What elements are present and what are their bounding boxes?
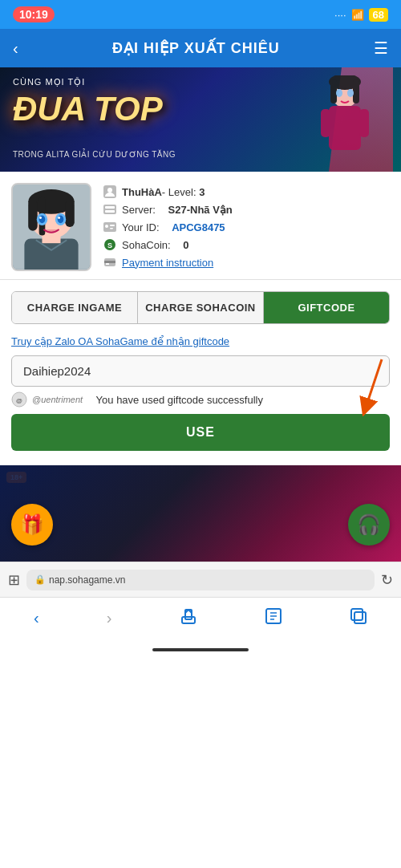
svg-point-24 (107, 188, 112, 193)
payment-row[interactable]: Payment instruction (103, 255, 390, 270)
giftcode-input[interactable] (11, 355, 390, 387)
payment-link[interactable]: Payment instruction (122, 257, 213, 269)
svg-rect-14 (28, 200, 38, 230)
svg-point-20 (58, 216, 64, 224)
status-bar: 10:19 ···· 📶 68 (0, 0, 401, 29)
id-label: Your ID: (122, 221, 160, 233)
gift-icon: 🎁 (20, 513, 44, 536)
nav-forward[interactable]: › (100, 602, 119, 634)
page-title: ĐẠI HIỆP XUẤT CHIÊU (112, 39, 280, 57)
url-text: nap.sohagame.vn (49, 574, 125, 586)
url-bar[interactable]: 🔒 nap.sohagame.vn (26, 570, 375, 590)
tab-charge-sohacoin[interactable]: CHARGE SOHACOIN (138, 292, 264, 323)
use-button[interactable]: USE (11, 414, 390, 451)
user-name: ThuHàA- Level: 3 (122, 186, 205, 198)
svg-rect-15 (65, 200, 75, 227)
reload-button[interactable]: ↻ (381, 571, 393, 589)
status-icons: ···· 📶 68 (334, 8, 388, 22)
user-section: ThuHàA- Level: 3 Server: S27-Nhã Vận You… (0, 172, 401, 280)
svg-rect-35 (104, 261, 115, 263)
id-icon (103, 220, 117, 234)
nav-bookmark[interactable] (258, 601, 289, 635)
svg-rect-29 (105, 225, 108, 228)
coin-icon: S (103, 237, 117, 252)
giftcode-section (11, 355, 390, 387)
svg-rect-10 (24, 238, 78, 271)
soha-logo-icon: @ (11, 391, 27, 408)
svg-rect-2 (321, 109, 330, 137)
svg-rect-45 (354, 612, 366, 623)
success-message-row: @ @uentriment You have used giftcode suc… (11, 391, 390, 408)
server-value: S27-Nhã Vận (168, 204, 233, 216)
svg-rect-5 (330, 79, 337, 103)
browser-tabs-icon[interactable]: ⊞ (8, 571, 20, 589)
banner-main-text: ĐUA TOP (13, 90, 163, 128)
svg-rect-6 (353, 79, 359, 103)
browser-bar: ⊞ 🔒 nap.sohagame.vn ↻ (0, 562, 401, 597)
user-info: ThuHàA- Level: 3 Server: S27-Nhã Vận You… (103, 183, 390, 271)
coin-value: 0 (183, 239, 188, 251)
tab-charge-ingame[interactable]: CHARGE INGAME (12, 292, 138, 323)
status-time: 10:19 (13, 6, 55, 22)
svg-text:@: @ (16, 397, 22, 404)
svg-rect-1 (329, 106, 361, 150)
nav-share[interactable] (173, 601, 204, 635)
header: ‹ ĐẠI HIỆP XUẤT CHIÊU ☰ (0, 29, 401, 67)
home-bar (152, 648, 249, 651)
banner-sub-text: TRONG ALITA GIẢI CỨU DƯƠNG TĂNG (13, 150, 176, 159)
support-icon: 🎧 (357, 513, 381, 536)
home-indicator (0, 639, 401, 661)
server-icon (103, 202, 117, 217)
svg-point-8 (347, 89, 354, 97)
gift-fab[interactable]: 🎁 (11, 504, 53, 546)
svg-rect-3 (359, 109, 369, 137)
bottom-banner: 18+ 🎁 🎧 (0, 465, 401, 562)
svg-text:S: S (107, 241, 112, 249)
signal-icon: ···· (334, 9, 346, 21)
payment-icon (103, 255, 117, 270)
coin-row: S SohaCoin: 0 (103, 237, 390, 252)
svg-rect-36 (106, 263, 109, 265)
nav-tabs[interactable] (343, 601, 374, 635)
userid-row: Your ID: APCG8475 (103, 220, 390, 234)
tab-giftcode[interactable]: GIFTCODE (264, 292, 389, 323)
svg-rect-27 (105, 210, 115, 213)
banner-character (313, 75, 377, 168)
svg-point-21 (39, 217, 42, 219)
zalo-link[interactable]: Truy cập Zalo OA SohaGame để nhận giftco… (11, 335, 390, 347)
svg-point-19 (39, 216, 46, 224)
svg-rect-30 (110, 225, 115, 226)
support-fab[interactable]: 🎧 (348, 504, 390, 546)
coin-label: SohaCoin: (122, 239, 171, 251)
wifi-icon: 📶 (351, 9, 364, 21)
back-button[interactable]: ‹ (13, 39, 18, 58)
id-value: APCG8475 (172, 221, 225, 233)
svg-rect-25 (103, 205, 116, 214)
banner: CÙNG MỌI TỘI ĐUA TOP TRONG ALITA GIẢI CỨ… (0, 67, 401, 172)
lock-icon: 🔒 (34, 574, 46, 585)
nav-back[interactable]: ‹ (27, 602, 46, 634)
bottom-nav: ‹ › (0, 597, 401, 639)
avatar (11, 183, 91, 271)
menu-button[interactable]: ☰ (374, 39, 388, 58)
watermark-text: @uentriment (32, 395, 83, 404)
svg-point-22 (58, 217, 60, 219)
tab-row: CHARGE INGAME CHARGE SOHACOIN GIFTCODE (11, 291, 390, 324)
battery-badge: 68 (369, 8, 388, 22)
user-icon (103, 185, 117, 199)
server-row: Server: S27-Nhã Vận (103, 202, 390, 217)
banner-top-text: CÙNG MỌI TỘI (13, 77, 85, 87)
svg-point-7 (336, 89, 342, 97)
user-name-row: ThuHàA- Level: 3 (103, 185, 390, 199)
svg-rect-31 (110, 228, 113, 229)
server-label: Server: (122, 204, 156, 216)
success-text: You have used giftcode successfully (96, 394, 263, 406)
svg-rect-44 (351, 609, 363, 620)
svg-rect-26 (105, 206, 115, 209)
